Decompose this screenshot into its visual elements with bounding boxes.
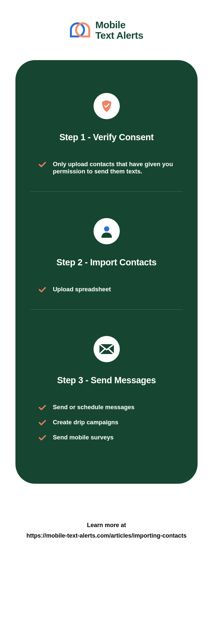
step-2: Step 2 - Import Contacts Upload spreadsh… — [30, 218, 183, 293]
footer-line-2: https://mobile-text-alerts.com/articles/… — [0, 530, 213, 541]
divider — [30, 191, 183, 192]
step-2-item-0-text: Upload spreadsheet — [53, 286, 111, 293]
check-icon — [38, 161, 46, 168]
logo-text: Mobile Text Alerts — [95, 20, 143, 40]
check-icon — [38, 286, 46, 293]
shield-icon — [94, 93, 120, 119]
step-3-title: Step 3 - Send Messages — [30, 375, 183, 386]
step-1-title: Step 1 - Verify Consent — [30, 132, 183, 143]
step-1-item-0: Only upload contacts that have given you… — [30, 161, 183, 175]
step-3-item-2: Send mobile surveys — [30, 434, 183, 441]
step-2-item-0: Upload spreadsheet — [30, 286, 183, 293]
brand-logo: Mobile Text Alerts — [0, 20, 213, 40]
logo-line2: Text Alerts — [95, 30, 143, 41]
footer-line-1: Learn more at — [0, 520, 213, 530]
step-1: Step 1 - Verify Consent Only upload cont… — [30, 93, 183, 175]
step-2-title: Step 2 - Import Contacts — [30, 257, 183, 268]
step-3: Step 3 - Send Messages Send or schedule … — [30, 336, 183, 441]
person-icon — [94, 218, 120, 244]
step-3-item-2-text: Send mobile surveys — [53, 434, 114, 441]
logo-line1: Mobile — [95, 20, 143, 30]
step-3-item-1-text: Create drip campaigns — [53, 419, 118, 426]
check-icon — [38, 404, 46, 411]
step-3-item-0: Send or schedule messages — [30, 404, 183, 411]
step-3-item-0-text: Send or schedule messages — [53, 404, 135, 411]
footer: Learn more at https://mobile-text-alerts… — [0, 520, 213, 541]
check-icon — [38, 434, 46, 441]
step-3-item-1: Create drip campaigns — [30, 419, 183, 426]
step-1-item-0-text: Only upload contacts that have given you… — [53, 161, 175, 175]
mail-icon — [94, 336, 120, 362]
steps-card: Step 1 - Verify Consent Only upload cont… — [15, 60, 198, 484]
check-icon — [38, 419, 46, 426]
logo-icon — [70, 22, 91, 38]
divider — [30, 309, 183, 310]
svg-point-0 — [104, 226, 109, 232]
